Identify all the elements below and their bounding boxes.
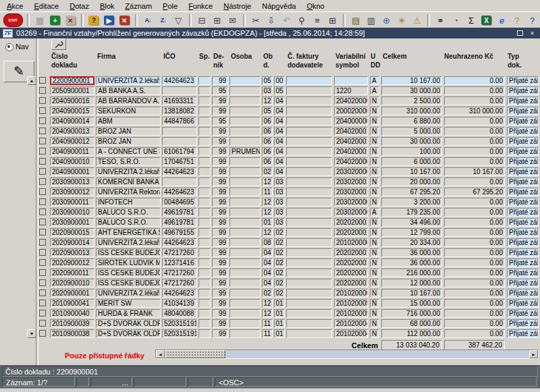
cell-sp[interactable] [198,167,211,176]
cell-celkem[interactable]: 10 167.00 [381,289,442,298]
monitor-icon[interactable]: ⚠ [410,13,425,27]
cell-udd[interactable]: A [370,76,379,85]
cell-typ[interactable]: Přijaté záloh [507,319,539,328]
cell-sp[interactable] [198,127,211,136]
cell-firma[interactable]: BROZ JAN [96,137,161,146]
row-checkbox[interactable] [39,279,46,286]
cell-d[interactable]: 02 [274,269,285,277]
row-checkbox[interactable] [39,269,46,276]
cell-typ[interactable]: Přijaté záloh [507,188,539,196]
cell-ico[interactable]: 44264623 [162,167,197,176]
cell-vs[interactable]: 2010200053 [334,299,368,308]
cell-ico[interactable]: 41693311 [162,96,197,105]
cell-ob[interactable]: 02 [262,289,273,298]
scroll-left-icon[interactable]: ◄ [156,350,165,358]
cell-udd[interactable]: N [370,299,379,308]
row-checkbox[interactable] [39,168,46,175]
cell-celkem[interactable]: 6 000.00 [381,157,442,166]
cell-cislo[interactable]: 2040900001 [50,167,94,176]
cell-udd[interactable]: N [370,96,379,105]
cell-ico[interactable]: 47217260 [162,248,197,257]
cell-vs[interactable]: 2020200013 [334,258,368,267]
cell-cfakt[interactable] [286,299,332,308]
cell-denik[interactable]: 99 [212,157,228,166]
cell-vs[interactable]: 2020200017 [334,218,368,227]
cell-udd[interactable]: N [370,188,379,196]
cell-vs[interactable]: 2040200014 [334,137,368,146]
cell-cislo[interactable]: 2030900011 [50,198,94,206]
browser-icon[interactable]: e [495,13,509,27]
cell-celkem[interactable]: 12 799.00 [381,228,442,237]
cell-denik[interactable]: 99 [212,96,228,105]
cell-cislo[interactable]: 2010900041 [50,299,94,308]
cell-firma[interactable]: D+S DVORAK OLDRICH I [96,319,161,328]
cell-d[interactable]: 04 [274,127,285,136]
cell-cfakt[interactable] [286,157,332,166]
cell-celkem[interactable]: 20 000.00 [381,177,442,186]
cell-cfakt[interactable] [286,279,332,287]
cell-denik[interactable]: 99 [212,188,228,196]
row-checkbox[interactable] [39,219,46,225]
row-checkbox[interactable] [39,178,46,185]
cell-denik[interactable]: 95 [212,117,228,125]
cell-cfakt[interactable] [286,137,332,146]
cell-denik[interactable]: 99 [212,248,228,257]
cell-osoba[interactable] [230,299,261,308]
cell-firma[interactable]: BROZ JAN [96,127,161,136]
cell-vs[interactable]: 2000200008 [334,107,368,115]
cell-ob[interactable]: 06 [262,127,273,136]
tree-view-icon[interactable]: ⊞ [325,13,340,27]
cell-neuhrazeno[interactable]: 0.00 [444,319,505,328]
list-values-icon[interactable]: ≡ [310,13,324,27]
menu-item-okno[interactable]: Okno [301,1,329,11]
cell-udd[interactable]: N [370,198,379,206]
cell-d[interactable]: 02 [274,289,285,298]
cell-sp[interactable] [198,137,211,146]
cell-ico[interactable]: 44264623 [162,289,197,298]
cell-denik[interactable]: 99 [212,127,228,136]
cell-firma[interactable]: ISS CESKE BUDEJOVICE [96,279,161,287]
execute-query-icon[interactable]: ▶ [102,13,116,27]
cell-vs[interactable]: 2010200041 [334,329,368,338]
cell-celkem[interactable]: 30 000.00 [381,86,442,95]
cell-udd[interactable]: N [370,177,379,186]
cell-cfakt[interactable] [286,218,332,227]
cell-cislo[interactable]: 2010900039 [50,319,94,328]
cell-osoba[interactable] [230,86,261,95]
scrollbar-thumb[interactable] [165,350,225,358]
cell-denik[interactable]: 99 [212,76,228,85]
cell-ico[interactable]: 44264623 [162,238,197,247]
cell-neuhrazeno[interactable]: 0.00 [444,96,505,105]
cell-cfakt[interactable] [286,107,332,115]
cell-firma[interactable]: ABM [96,117,161,125]
cell-udd[interactable]: N [370,248,379,257]
cell-ob[interactable]: 12 [262,228,273,237]
cell-vs[interactable]: 2040200013 [334,147,368,156]
cell-ico[interactable]: 47217260 [162,269,197,277]
cell-typ[interactable]: Přijaté záloh [507,96,539,105]
cell-osoba[interactable] [230,117,261,125]
cell-osoba[interactable] [230,238,261,247]
cell-typ[interactable]: Přijaté záloh [507,86,539,95]
cell-cislo[interactable]: 2040900013 [50,127,94,136]
cell-osoba[interactable] [230,96,261,105]
sum-icon[interactable]: Σ [464,13,479,27]
cell-osoba[interactable] [230,107,261,115]
cell-firma[interactable]: INFOTECH [96,198,161,206]
cell-typ[interactable]: Přijaté záloh [507,329,539,338]
cell-sp[interactable] [198,329,211,338]
cell-neuhrazeno[interactable]: 310 000.00 [444,107,505,115]
mail-icon[interactable]: ✉ [225,13,240,27]
cell-neuhrazeno[interactable]: 0.00 [444,127,505,136]
cell-ob[interactable]: 04 [262,248,273,257]
cell-d[interactable]: 04 [274,167,285,176]
cell-cislo[interactable]: 2030900001 [50,218,94,227]
cell-sp[interactable] [198,76,211,85]
row-checkbox[interactable] [39,107,46,114]
cell-cfakt[interactable] [286,329,332,338]
cell-ico[interactable]: 48040088 [162,309,197,318]
cell-celkem[interactable]: 716 000.00 [381,309,442,318]
nav-radio[interactable] [5,43,14,51]
cell-denik[interactable]: 99 [212,269,228,277]
paste-icon[interactable]: ⇩ [264,13,278,27]
